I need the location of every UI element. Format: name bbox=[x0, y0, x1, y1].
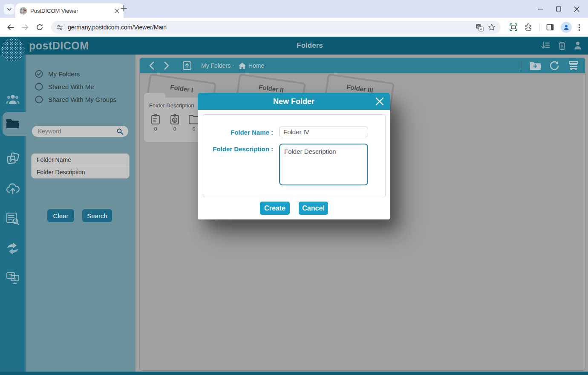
modal-close-icon[interactable] bbox=[375, 96, 385, 107]
search-button[interactable]: Search bbox=[82, 209, 112, 222]
radio-icon bbox=[35, 95, 43, 104]
count-value: 0 bbox=[168, 126, 181, 132]
report-count: 0 bbox=[149, 114, 162, 132]
new-tab-icon[interactable] bbox=[120, 5, 127, 12]
browser-window: PostDICOM Viewer germany.post bbox=[0, 0, 588, 375]
breadcrumb-actions bbox=[521, 61, 579, 71]
toolbar-divider bbox=[539, 23, 539, 32]
field-folder-name[interactable]: Folder Name bbox=[32, 154, 129, 166]
user-icon[interactable] bbox=[574, 41, 582, 50]
browser-tab[interactable]: PostDICOM Viewer bbox=[15, 3, 124, 18]
tab-strip: PostDICOM Viewer bbox=[0, 0, 588, 18]
url-text[interactable]: germany.postdicom.com/Viewer/Main bbox=[68, 24, 471, 31]
minimize-icon[interactable] bbox=[538, 6, 543, 12]
page-title: Folders bbox=[297, 41, 323, 50]
site-info-icon[interactable] bbox=[56, 24, 63, 31]
folder-description-label: Folder Description : bbox=[198, 145, 273, 153]
maximize-icon[interactable] bbox=[556, 6, 561, 12]
browser-toolbar: germany.postdicom.com/Viewer/Main GA bbox=[0, 18, 588, 37]
tab-close-icon[interactable] bbox=[115, 9, 119, 13]
bottom-accent-strip bbox=[0, 372, 588, 375]
clear-button[interactable]: Clear bbox=[47, 209, 74, 222]
radio-icon bbox=[35, 83, 43, 91]
folder-up-icon[interactable] bbox=[182, 61, 192, 70]
radio-shared-with-my-groups[interactable]: Shared With My Groups bbox=[35, 94, 116, 104]
create-button[interactable]: Create bbox=[260, 202, 290, 215]
breadcrumb-divider bbox=[521, 61, 521, 70]
refresh-icon[interactable] bbox=[549, 61, 559, 71]
forward-icon[interactable] bbox=[20, 22, 31, 33]
back-icon[interactable] bbox=[5, 22, 16, 33]
radio-label: Shared With Me bbox=[48, 83, 94, 90]
extensions-icon[interactable] bbox=[524, 23, 533, 32]
app-header: postDICOM Folders bbox=[0, 37, 588, 55]
tab-title: PostDICOM Viewer bbox=[30, 8, 111, 14]
radio-label: My Folders bbox=[48, 70, 80, 78]
worklist-search-icon[interactable] bbox=[4, 210, 21, 227]
search-icon[interactable] bbox=[117, 128, 123, 135]
bookmark-star-icon[interactable] bbox=[488, 23, 496, 31]
url-bar[interactable]: germany.postdicom.com/Viewer/Main GA bbox=[51, 21, 501, 34]
breadcrumb-path[interactable]: My Folders - bbox=[201, 62, 234, 69]
breadcrumb-home-label[interactable]: Home bbox=[248, 62, 264, 69]
header-icons bbox=[540, 37, 582, 55]
toolbar-right bbox=[507, 22, 583, 33]
left-icon-sidebar bbox=[0, 55, 26, 372]
capture-icon[interactable] bbox=[509, 23, 518, 32]
count-value: 0 bbox=[149, 126, 162, 132]
brand-brain-logo bbox=[1, 38, 25, 62]
svg-text:A: A bbox=[480, 27, 482, 31]
keyword-input[interactable] bbox=[37, 127, 117, 135]
nav-back-icon[interactable] bbox=[146, 61, 157, 70]
side-panel-icon[interactable] bbox=[546, 23, 554, 32]
sort-icon[interactable] bbox=[540, 41, 551, 50]
window-controls bbox=[529, 0, 588, 18]
breadcrumb-home[interactable]: Home bbox=[239, 62, 264, 69]
folders-icon[interactable] bbox=[4, 115, 21, 132]
menu-dots-icon[interactable] bbox=[578, 24, 580, 31]
viewer-screens-icon[interactable] bbox=[4, 269, 21, 286]
patients-icon[interactable] bbox=[4, 90, 21, 107]
radio-shared-with-me[interactable]: Shared With Me bbox=[35, 81, 94, 92]
modal-header: New Folder bbox=[198, 93, 390, 110]
keyword-search-box[interactable] bbox=[32, 126, 128, 137]
new-folder-modal: New Folder Folder Name : Folder Descript… bbox=[198, 93, 390, 219]
trash-icon[interactable] bbox=[558, 41, 566, 50]
radio-selected-icon bbox=[35, 70, 43, 78]
cloud-upload-icon[interactable] bbox=[4, 180, 21, 197]
close-icon[interactable] bbox=[574, 6, 579, 12]
add-folder-icon[interactable] bbox=[530, 61, 541, 70]
share-icon[interactable] bbox=[4, 240, 21, 257]
nav-forward-icon[interactable] bbox=[161, 61, 172, 70]
field-folder-description[interactable]: Folder Description bbox=[32, 166, 129, 178]
cancel-button[interactable]: Cancel bbox=[299, 202, 328, 215]
print-queue-icon[interactable] bbox=[568, 61, 579, 71]
tab-list-chevron-icon[interactable] bbox=[4, 4, 14, 14]
folder-description-textarea[interactable]: Folder Description bbox=[279, 144, 368, 185]
study-count: 0 bbox=[168, 114, 181, 132]
radio-my-folders[interactable]: My Folders bbox=[35, 69, 80, 79]
breadcrumb-bar: My Folders - Home bbox=[140, 58, 585, 73]
modal-title: New Folder bbox=[198, 93, 390, 110]
search-field-list: Folder Name Folder Description bbox=[31, 153, 130, 179]
radio-label: Shared With My Groups bbox=[48, 96, 116, 103]
studies-icon[interactable] bbox=[4, 150, 21, 167]
translate-icon[interactable]: GA bbox=[476, 23, 484, 32]
favicon bbox=[20, 7, 27, 14]
filter-panel: My Folders Shared With Me Shared With My… bbox=[26, 55, 135, 372]
folder-name-input[interactable] bbox=[279, 127, 368, 137]
folder-name-label: Folder Name : bbox=[198, 129, 273, 136]
reload-icon[interactable] bbox=[34, 22, 45, 33]
app-logo: postDICOM bbox=[29, 40, 89, 52]
profile-avatar[interactable] bbox=[561, 22, 572, 33]
